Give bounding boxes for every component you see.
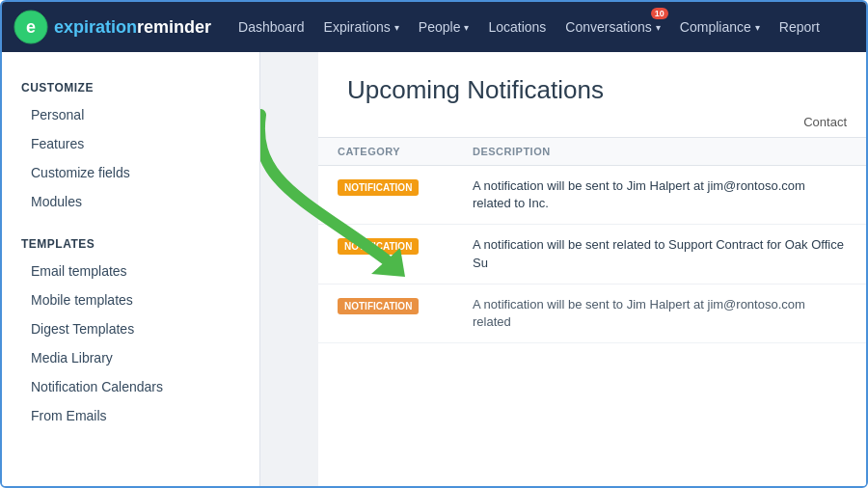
nav-compliance[interactable]: Compliance ▾ bbox=[670, 2, 770, 52]
table-row: NOTIFICATION A notification will be sent… bbox=[318, 285, 866, 343]
cell-description-1: A notification will be sent to Jim Halpe… bbox=[473, 177, 847, 212]
page-title: Upcoming Notifications bbox=[347, 75, 837, 105]
nav-expirations[interactable]: Expirations ▾ bbox=[314, 2, 409, 52]
notification-badge-2: NOTIFICATION bbox=[338, 238, 419, 255]
notification-badge-1: NOTIFICATION bbox=[338, 179, 419, 196]
sidebar-section-customize: CUSTOMIZE bbox=[2, 71, 259, 100]
contact-label: Contact bbox=[803, 115, 847, 129]
sidebar-item-media-library[interactable]: Media Library bbox=[2, 343, 259, 372]
cell-category-2: NOTIFICATION bbox=[338, 236, 473, 255]
nav-dashboard[interactable]: Dashboard bbox=[229, 2, 314, 52]
sidebar-item-notification-calendars[interactable]: Notification Calendars bbox=[2, 372, 259, 401]
compliance-dropdown-icon: ▾ bbox=[755, 22, 760, 33]
people-dropdown-icon: ▾ bbox=[464, 22, 469, 33]
conversations-dropdown-icon: ▾ bbox=[656, 22, 661, 33]
column-header-category: CATEGORY bbox=[338, 146, 473, 157]
conversations-badge: 10 bbox=[651, 8, 668, 19]
panel-header: Upcoming Notifications bbox=[318, 52, 866, 115]
contact-row: Contact bbox=[318, 115, 866, 137]
sidebar-item-mobile-templates[interactable]: Mobile templates bbox=[2, 285, 259, 314]
cell-description-3: A notification will be sent to Jim Halpe… bbox=[473, 296, 847, 331]
sidebar-item-modules[interactable]: Modules bbox=[2, 187, 259, 216]
brand-name: expirationreminder bbox=[54, 17, 211, 38]
sidebar-item-from-emails[interactable]: From Emails bbox=[2, 401, 259, 430]
sidebar-item-features[interactable]: Features bbox=[2, 129, 259, 158]
content-area: Upcoming Notifications Contact CATEGORY … bbox=[260, 52, 866, 488]
brand-logo-area[interactable]: e expirationreminder bbox=[14, 10, 211, 44]
sidebar: CUSTOMIZE Personal Features Customize fi… bbox=[2, 52, 260, 488]
main-layout: CUSTOMIZE Personal Features Customize fi… bbox=[2, 52, 866, 488]
nav-conversations[interactable]: Conversations ▾ 10 bbox=[556, 2, 670, 52]
sidebar-item-email-templates[interactable]: Email templates bbox=[2, 257, 259, 285]
sidebar-section-templates: TEMPLATES bbox=[2, 228, 259, 257]
table-header: CATEGORY DESCRIPTION bbox=[318, 137, 866, 166]
column-header-description: DESCRIPTION bbox=[473, 146, 551, 157]
navbar: e expirationreminder Dashboard Expiratio… bbox=[2, 2, 866, 52]
expirations-dropdown-icon: ▾ bbox=[394, 22, 399, 33]
table-row: NOTIFICATION A notification will be sent… bbox=[318, 166, 866, 225]
sidebar-item-personal[interactable]: Personal bbox=[2, 100, 259, 129]
sidebar-item-customize-fields[interactable]: Customize fields bbox=[2, 158, 259, 187]
sidebar-divider bbox=[2, 216, 259, 228]
sidebar-item-digest-templates[interactable]: Digest Templates bbox=[2, 314, 259, 343]
nav-people[interactable]: People ▾ bbox=[409, 2, 479, 52]
brand-logo-icon: e bbox=[14, 10, 48, 44]
svg-text:e: e bbox=[26, 17, 36, 37]
cell-category-3: NOTIFICATION bbox=[338, 296, 473, 314]
notification-badge-3: NOTIFICATION bbox=[338, 298, 419, 314]
table-row: NOTIFICATION A notification will be sent… bbox=[318, 225, 866, 284]
nav-report[interactable]: Report bbox=[770, 2, 829, 52]
content-panel: Upcoming Notifications Contact CATEGORY … bbox=[318, 52, 866, 488]
cell-category-1: NOTIFICATION bbox=[338, 177, 473, 196]
nav-locations[interactable]: Locations bbox=[478, 2, 556, 52]
cell-description-2: A notification will be sent related to S… bbox=[473, 236, 847, 271]
